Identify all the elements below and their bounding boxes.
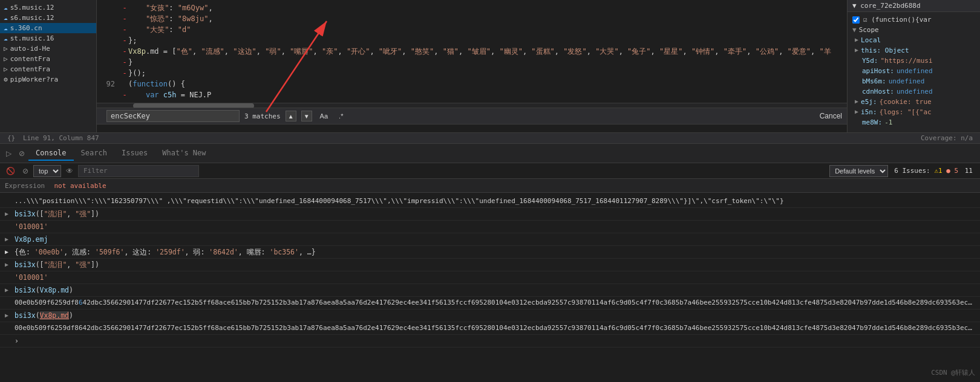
horizontal-scrollbar[interactable] bbox=[97, 103, 847, 108]
scope-key: apiHost: bbox=[862, 67, 894, 75]
scope-val: {logs: "[{"ac bbox=[880, 108, 932, 116]
scope-key: me8W: bbox=[862, 118, 882, 126]
scope-key: this: Object bbox=[861, 47, 909, 54]
line-number bbox=[97, 2, 121, 13]
file-item-st[interactable]: ☁ st.music.16 bbox=[0, 33, 96, 44]
scope-e5j[interactable]: ▶ e5j: {cookie: true bbox=[848, 97, 980, 107]
scope-key: Y5d: bbox=[862, 57, 878, 65]
scope-key: bMs6m: bbox=[862, 77, 886, 85]
console-line-hash1: 00e0b509f6259df8642dbc35662901477df22677… bbox=[0, 297, 980, 309]
levels-selector[interactable]: Default levels bbox=[829, 165, 888, 177]
file-label: s6.music.12 bbox=[10, 14, 54, 22]
code-line: - "惊恐": "8w8ju", bbox=[97, 13, 847, 24]
tab-search[interactable]: Search bbox=[74, 146, 114, 161]
search-regex-button[interactable]: .* bbox=[336, 111, 346, 121]
console-text: bsi3x(["流泪", "强"]) bbox=[15, 259, 975, 270]
expand-arrow: ▶ bbox=[855, 47, 858, 53]
expand-arrow[interactable]: ▶ bbox=[5, 247, 12, 257]
console-line: ...\\\"position\\\":\\\"162350797\\\" ,\… bbox=[0, 195, 980, 208]
file-item-pip[interactable]: ⚙ pipWorker?ra bbox=[0, 74, 96, 85]
line-content: }; bbox=[128, 35, 847, 46]
top-selector[interactable]: top bbox=[33, 165, 61, 177]
search-case-button[interactable]: Aa bbox=[317, 111, 331, 121]
console-text: '010001' bbox=[15, 221, 975, 232]
file-label: auto-id-He bbox=[10, 45, 50, 53]
code-line: - }(); bbox=[97, 68, 847, 79]
scope-this[interactable]: ▶ this: Object bbox=[848, 45, 980, 56]
console-cursor-line[interactable]: › bbox=[0, 335, 980, 348]
scope-val: -1 bbox=[884, 118, 892, 126]
clear-console-button[interactable]: 🚫 bbox=[4, 166, 18, 176]
error-count: ● 5 bbox=[946, 167, 958, 175]
expand-arrow[interactable]: ▶ bbox=[5, 285, 12, 296]
console-line: '010001' bbox=[0, 271, 980, 284]
search-cancel-button[interactable]: Cancel bbox=[820, 112, 842, 120]
file-item-content2[interactable]: ▷ contentFra bbox=[0, 64, 96, 74]
console-text: 00e0b509f6259df8642dbc35662901477df22677… bbox=[15, 297, 975, 308]
file-label: s5.music.12 bbox=[10, 4, 54, 11]
line-content: "大笑": "d" bbox=[128, 24, 847, 35]
bottom-section: ▷ ⊘ Console Search Issues What's New 🚫 ⊘… bbox=[0, 144, 980, 382]
console-text: bsi3x(Vx8p.md) bbox=[15, 310, 975, 321]
line-minus bbox=[121, 79, 128, 89]
console-text: Vx8p.emj bbox=[15, 234, 975, 245]
file-item-s6[interactable]: ☁ s6.music.12 bbox=[0, 13, 96, 23]
scope-header-text: ▼ core_72e2bd688d bbox=[852, 2, 921, 10]
line-number bbox=[97, 68, 121, 79]
line-minus: - bbox=[121, 35, 128, 46]
file-label: contentFra bbox=[10, 55, 50, 63]
scope-me8w: me8W: -1 bbox=[848, 117, 980, 128]
console-line: ▶ bsi3x(["流泪", "强"]) bbox=[0, 259, 980, 271]
tab-whats-new[interactable]: What's New bbox=[155, 146, 213, 161]
file-item-s5[interactable]: ☁ s5.music.12 bbox=[0, 2, 96, 13]
line-content: var c5h = NEJ.P bbox=[128, 89, 847, 100]
search-input[interactable] bbox=[106, 110, 240, 122]
function-label: ☑ (function(){var bbox=[848, 15, 980, 25]
scope-section: ☑ (function(){var ▼ Scope ▶ Local ▶ this… bbox=[848, 12, 980, 130]
file-item-auto[interactable]: ▷ auto-id-He bbox=[0, 44, 96, 54]
status-line: {} Line 91, Column 847 Coverage: n/a bbox=[0, 133, 980, 144]
warn-count: ⚠1 bbox=[934, 167, 942, 175]
console-text: 00e0b509f6259df8642dbc35662901477df22677… bbox=[15, 323, 975, 334]
search-prev-button[interactable]: ▲ bbox=[286, 111, 296, 121]
filter-input[interactable] bbox=[78, 165, 199, 177]
file-label: pipWorker?ra bbox=[10, 76, 58, 83]
expand-arrow[interactable]: ▶ bbox=[5, 310, 12, 321]
scope-local[interactable]: ▶ Local bbox=[848, 35, 980, 45]
line-number bbox=[97, 57, 121, 68]
console-stop-btn[interactable]: ⊘ bbox=[20, 166, 31, 176]
file-label: s.360.cn bbox=[10, 24, 42, 32]
scope-cdnhost: cdnHost: undefined bbox=[848, 86, 980, 97]
expand-arrow[interactable]: ▶ bbox=[5, 234, 12, 245]
tab-issues[interactable]: Issues bbox=[114, 146, 155, 161]
function-checkbox[interactable] bbox=[852, 16, 860, 24]
function-label-text: ☑ (function(){var bbox=[863, 16, 932, 24]
scope-i5n[interactable]: ▶ i5n: {logs: "[{"ac bbox=[848, 107, 980, 117]
console-stop-button[interactable]: ⊘ bbox=[15, 147, 28, 160]
gear-icon: ⚙ bbox=[4, 76, 8, 83]
expand-arrow[interactable]: ▶ bbox=[5, 259, 12, 270]
scope-val: {cookie: true bbox=[880, 98, 932, 106]
cloud-icon: ☁ bbox=[4, 4, 8, 11]
search-next-button[interactable]: ▼ bbox=[301, 111, 312, 121]
line-content: }(); bbox=[128, 68, 847, 79]
line-minus: - bbox=[121, 13, 128, 24]
console-line: ▶ Vx8p.emj bbox=[0, 233, 980, 246]
line-minus: - bbox=[121, 24, 128, 35]
expand-arrow[interactable]: ▶ bbox=[5, 209, 12, 219]
expand-arrow: ▶ bbox=[855, 108, 858, 115]
extra-count: 11 bbox=[965, 167, 973, 175]
console-run-button[interactable]: ▷ bbox=[2, 147, 15, 160]
file-label: st.music.16 bbox=[10, 34, 54, 42]
tab-console[interactable]: Console bbox=[28, 146, 74, 161]
file-item-content1[interactable]: ▷ contentFra bbox=[0, 54, 96, 64]
line-content: (function() { bbox=[128, 79, 847, 89]
scope-key: i5n: bbox=[861, 108, 877, 116]
line-minus: - bbox=[121, 89, 128, 100]
expand-arrow: ▶ bbox=[855, 98, 858, 105]
file-item-s360[interactable]: ☁ s.360.cn bbox=[0, 23, 96, 33]
console-line-hash2: 00e0b509f6259df8642dbc35662901477df22677… bbox=[0, 322, 980, 335]
coverage-text: Coverage: n/a bbox=[921, 134, 973, 142]
eye-button[interactable]: 👁 bbox=[64, 166, 76, 176]
folder-icon: ▷ bbox=[4, 65, 8, 73]
